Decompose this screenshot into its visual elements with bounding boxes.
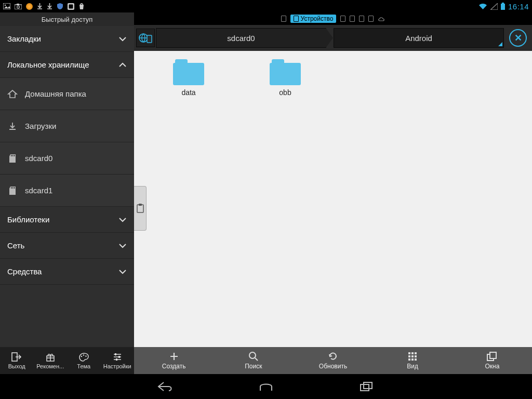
windows-icon [487, 351, 497, 362]
circle-icon [26, 3, 33, 10]
sidebar-section-tools[interactable]: Средства [0, 259, 134, 285]
windows-button[interactable]: Окна [453, 347, 532, 374]
svg-rect-2 [15, 5, 22, 9]
svg-rect-11 [14, 155, 15, 156]
button-label: Выход [8, 363, 25, 369]
svg-point-1 [5, 5, 6, 6]
svg-rect-24 [147, 35, 152, 43]
svg-rect-40 [364, 382, 372, 389]
svg-rect-31 [408, 355, 410, 357]
sidebar-item-label: sdcard0 [25, 154, 52, 163]
file-grid[interactable]: data obb [134, 51, 532, 347]
section-label: Сеть [7, 241, 24, 250]
svg-rect-21 [118, 356, 120, 358]
status-right: 16:14 [478, 2, 529, 11]
bottom-toolbar: Создать Поиск Обновить Вид Окна [134, 347, 532, 374]
folder-obb[interactable]: obb [237, 59, 334, 109]
svg-point-27 [249, 352, 256, 358]
path-bar: sdcard0 Android ✕ [134, 25, 532, 51]
search-button[interactable]: Поиск [214, 347, 293, 374]
nav-home-button[interactable] [255, 379, 277, 394]
exit-icon [11, 352, 22, 362]
tab-item[interactable] [281, 16, 286, 22]
settings-button[interactable]: Настройки [101, 347, 135, 374]
svg-rect-22 [116, 358, 117, 361]
button-label: Тема [77, 363, 90, 369]
svg-point-17 [81, 356, 82, 357]
breadcrumb-sdcard0[interactable]: sdcard0 [156, 28, 326, 48]
sidebar-item-label: sdcard1 [25, 186, 52, 195]
tab-item[interactable] [368, 16, 374, 22]
svg-rect-10 [12, 155, 14, 156]
nav-back-button[interactable] [154, 379, 177, 394]
sidebar-section-bookmarks[interactable]: Закладки [0, 26, 134, 52]
svg-point-18 [83, 354, 84, 355]
sidebar-section-local[interactable]: Локальное хранилище [0, 52, 134, 78]
tab-item-active[interactable]: Устройство [290, 15, 337, 23]
sidebar-item-home[interactable]: Домашняя папка [0, 78, 134, 110]
svg-rect-13 [12, 187, 14, 189]
create-button[interactable]: Создать [134, 347, 214, 374]
sidebar: Быстрый доступ Закладки Локальное хранил… [0, 12, 134, 374]
sd-card-icon [7, 153, 18, 164]
nav-recent-button[interactable] [355, 379, 378, 394]
gift-icon [46, 352, 55, 362]
refresh-button[interactable]: Обновить [293, 347, 373, 374]
close-tab-button[interactable]: ✕ [509, 29, 527, 47]
folder-label: data [181, 88, 195, 97]
path-root-button[interactable] [136, 29, 155, 47]
button-label: Вид [407, 363, 418, 370]
svg-rect-7 [501, 4, 505, 10]
breadcrumb-android[interactable]: Android [334, 28, 504, 48]
device-icon [368, 16, 374, 22]
shield-icon [57, 3, 63, 10]
sidebar-item-sdcard1[interactable]: sdcard1 [0, 175, 134, 207]
svg-rect-0 [3, 3, 10, 9]
sidebar-item-sdcard0[interactable]: sdcard0 [0, 142, 134, 175]
svg-rect-33 [415, 355, 417, 357]
section-label: Локальное хранилище [7, 60, 89, 69]
section-label: Библиотеки [7, 215, 49, 224]
svg-rect-8 [502, 3, 504, 4]
chevron-down-icon [118, 36, 127, 42]
chevron-down-icon [118, 243, 127, 248]
svg-point-4 [17, 6, 20, 8]
svg-rect-34 [408, 358, 410, 361]
recommend-button[interactable]: Рекомен... [34, 347, 68, 374]
svg-rect-29 [411, 352, 414, 354]
theme-button[interactable]: Тема [67, 347, 101, 374]
tab-item[interactable] [378, 16, 385, 21]
folder-data[interactable]: data [140, 59, 237, 109]
breadcrumb-label: sdcard0 [227, 34, 255, 43]
home-icon [258, 381, 274, 392]
button-label: Рекомен... [36, 363, 64, 369]
svg-point-19 [85, 355, 86, 356]
svg-rect-32 [411, 355, 414, 357]
sidebar-item-downloads[interactable]: Загрузки [0, 110, 134, 142]
status-left [3, 3, 85, 10]
status-clock: 16:14 [508, 2, 529, 11]
download-icon [47, 3, 52, 10]
button-label: Создать [162, 363, 186, 370]
tab-label: Устройство [301, 15, 334, 22]
svg-rect-35 [411, 358, 414, 361]
device-icon [359, 16, 364, 22]
device-icon [281, 16, 286, 22]
tab-item[interactable] [359, 16, 364, 22]
recent-icon [360, 381, 374, 392]
camera-icon [15, 4, 22, 9]
svg-rect-9 [11, 155, 12, 156]
exit-button[interactable]: Выход [0, 347, 34, 374]
button-label: Настройки [103, 363, 131, 369]
view-button[interactable]: Вид [373, 347, 453, 374]
sidebar-section-libraries[interactable]: Библиотеки [0, 207, 134, 233]
tab-item[interactable] [350, 16, 355, 22]
svg-rect-14 [14, 187, 15, 189]
svg-rect-26 [139, 204, 142, 206]
clipboard-drawer-handle[interactable] [134, 186, 147, 231]
svg-rect-12 [11, 187, 12, 189]
sidebar-fill [0, 285, 134, 347]
app-icon [68, 3, 74, 10]
tab-item[interactable] [340, 16, 345, 22]
sidebar-section-network[interactable]: Сеть [0, 233, 134, 259]
